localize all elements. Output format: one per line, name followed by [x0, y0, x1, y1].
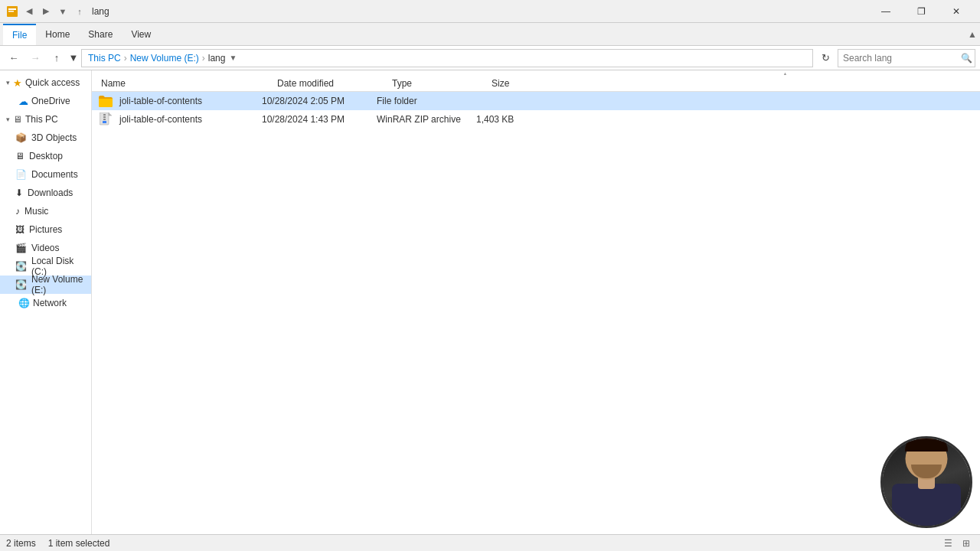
toolbar-forward-btn[interactable]: ▶	[38, 4, 54, 19]
breadcrumb-thispc: This PC	[88, 53, 121, 64]
sidebar-item-documents[interactable]: 📄 Documents	[0, 165, 91, 184]
selected-count: 1 item selected	[48, 538, 110, 549]
breadcrumb-dropdown[interactable]: ▼	[225, 49, 240, 67]
svg-rect-4	[103, 114, 106, 116]
sidebar-label-quick-access: Quick access	[25, 77, 80, 88]
ribbon-tab-share[interactable]: Share	[79, 24, 122, 44]
pc-icon: 🖥	[13, 114, 22, 125]
search-bar: 🔍	[838, 49, 975, 67]
sidebar-label-new-volume: New Volume (E:)	[31, 274, 85, 295]
sidebar-item-this-pc[interactable]: ▾ 🖥 This PC	[0, 110, 91, 129]
sidebar-label-downloads: Downloads	[28, 187, 73, 198]
chevron-icon-pc: ▾	[6, 116, 10, 123]
window-title: lang	[92, 6, 109, 17]
minimize-button[interactable]: —	[868, 0, 903, 23]
col-header-type[interactable]: Type	[389, 78, 488, 89]
file-area: ▲ Name Date modified Type Size joli-tabl…	[92, 70, 980, 534]
sidebar-label-this-pc: This PC	[25, 114, 58, 125]
toolbar-nav: ◀ ▶ ▼ ↑	[21, 4, 87, 19]
sidebar-item-local-disk[interactable]: 💽 Local Disk (C:)	[0, 257, 91, 276]
ribbon-tab-view[interactable]: View	[122, 24, 160, 44]
window-controls: — ❐ ✕	[868, 0, 974, 23]
avatar-image	[883, 439, 970, 526]
network-icon: 🌐	[18, 298, 30, 308]
pictures-icon: 🖼	[15, 224, 24, 235]
forward-button[interactable]: →	[26, 49, 44, 67]
file-name-folder: joli-table-of-contents	[98, 93, 259, 109]
recent-locations-button[interactable]: ▼	[69, 49, 78, 67]
svg-rect-5	[103, 116, 106, 118]
file-name-text-zip: joli-table-of-contents	[116, 114, 205, 125]
sidebar-label-network: Network	[33, 298, 67, 308]
sidebar-label-documents: Documents	[31, 169, 78, 180]
sidebar-item-pictures[interactable]: 🖼 Pictures	[0, 220, 91, 239]
hdd-c-icon: 💽	[15, 261, 27, 272]
sidebar-item-onedrive[interactable]: ☁ OneDrive	[0, 92, 91, 110]
sidebar-label-music: Music	[24, 206, 48, 217]
breadcrumb-lang: lang	[208, 53, 226, 64]
main-layout: ▾ ★ Quick access ☁ OneDrive ▾ 🖥 This PC …	[0, 70, 980, 534]
file-size-zip: 1,403 KB	[473, 114, 534, 125]
svg-rect-1	[8, 8, 16, 10]
zip-icon	[98, 112, 113, 127]
downloads-icon: ⬇	[15, 187, 23, 198]
toolbar-back-btn[interactable]: ◀	[21, 4, 37, 19]
sidebar-item-desktop[interactable]: 🖥 Desktop	[0, 147, 91, 165]
sidebar-label-videos: Videos	[31, 243, 59, 253]
desktop-icon: 🖥	[15, 151, 24, 161]
sidebar-label-3d-objects: 3D Objects	[31, 132, 77, 143]
svg-rect-6	[103, 119, 106, 120]
back-button[interactable]: ←	[5, 49, 23, 67]
avatar	[880, 436, 972, 528]
item-count: 2 items	[6, 538, 36, 549]
col-header-date[interactable]: Date modified	[274, 78, 389, 89]
toolbar-recent-btn[interactable]: ▼	[55, 4, 70, 19]
ribbon: File Home Share View ▲	[0, 23, 980, 46]
ribbon-tab-file[interactable]: File	[3, 24, 36, 45]
toolbar-up-btn[interactable]: ↑	[72, 4, 87, 19]
3d-objects-icon: 📦	[15, 132, 27, 143]
maximize-button[interactable]: ❐	[903, 0, 939, 23]
sidebar-item-new-volume[interactable]: 💽 New Volume (E:)	[0, 276, 91, 294]
ribbon-collapse-button[interactable]: ▲	[968, 29, 977, 40]
file-row-folder[interactable]: joli-table-of-contents 10/28/2024 2:05 P…	[92, 92, 980, 110]
details-view-button[interactable]: ☰	[940, 536, 956, 551]
title-bar: ◀ ▶ ▼ ↑ lang — ❐ ✕	[0, 0, 980, 23]
chevron-icon: ▾	[6, 79, 10, 86]
sidebar-item-3d-objects[interactable]: 📦 3D Objects	[0, 129, 91, 147]
refresh-button[interactable]: ↻	[816, 49, 835, 67]
sidebar-label-pictures: Pictures	[29, 224, 62, 235]
music-icon: ♪	[15, 206, 20, 217]
ribbon-tab-home[interactable]: Home	[36, 24, 79, 44]
file-date-zip: 10/28/2024 1:43 PM	[259, 114, 374, 125]
address-bar: ← → ↑ ▼ This PC › New Volume (E:) › lang…	[0, 46, 980, 70]
sidebar: ▾ ★ Quick access ☁ OneDrive ▾ 🖥 This PC …	[0, 70, 92, 534]
column-headers: Name Date modified Type Size	[92, 75, 980, 92]
cloud-icon: ☁	[18, 96, 28, 107]
breadcrumb[interactable]: This PC › New Volume (E:) › lang ▼	[81, 49, 813, 67]
sidebar-item-quick-access[interactable]: ▾ ★ Quick access	[0, 73, 91, 92]
sidebar-item-videos[interactable]: 🎬 Videos	[0, 239, 91, 257]
documents-icon: 📄	[15, 169, 27, 180]
breadcrumb-sep-2: ›	[202, 53, 205, 64]
file-type-zip: WinRAR ZIP archive	[374, 114, 473, 125]
sidebar-label-onedrive: OneDrive	[31, 96, 70, 106]
videos-icon: 🎬	[15, 243, 27, 253]
file-date-folder: 10/28/2024 2:05 PM	[259, 96, 374, 106]
sidebar-item-music[interactable]: ♪ Music	[0, 202, 91, 220]
sidebar-item-downloads[interactable]: ⬇ Downloads	[0, 184, 91, 202]
large-icons-button[interactable]: ⊞	[959, 536, 974, 551]
svg-rect-2	[8, 11, 14, 12]
col-header-name[interactable]: Name	[98, 78, 274, 89]
up-button[interactable]: ↑	[47, 49, 66, 67]
star-icon: ★	[13, 77, 22, 89]
search-input[interactable]	[843, 53, 958, 64]
folder-icon	[98, 93, 113, 109]
file-row-zip[interactable]: joli-table-of-contents 10/28/2024 1:43 P…	[92, 110, 980, 129]
file-name-text-folder: joli-table-of-contents	[116, 96, 205, 106]
svg-rect-7	[103, 121, 106, 123]
close-button[interactable]: ✕	[939, 0, 974, 23]
col-header-size[interactable]: Size	[488, 78, 550, 89]
sidebar-item-network[interactable]: 🌐 Network	[0, 294, 91, 312]
file-name-zip: joli-table-of-contents	[98, 112, 259, 127]
